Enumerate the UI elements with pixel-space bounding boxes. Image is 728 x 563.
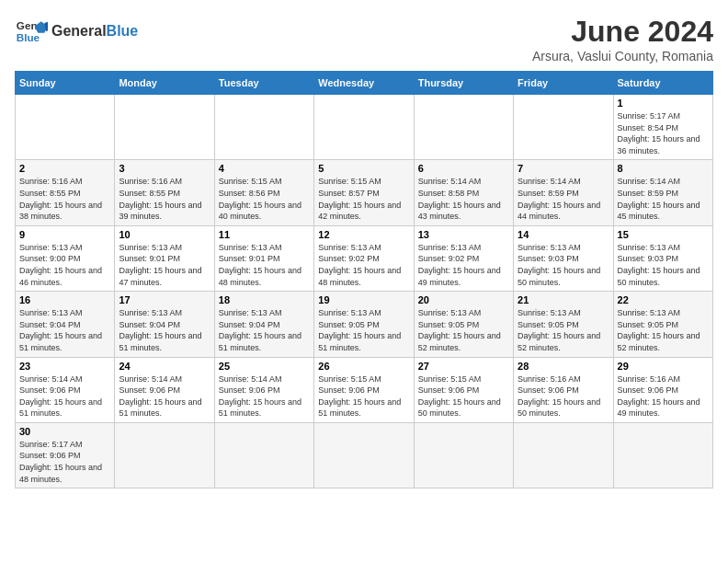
- calendar-day-cell: 14Sunrise: 5:13 AM Sunset: 9:03 PM Dayli…: [514, 225, 613, 291]
- day-number: 13: [418, 229, 509, 240]
- day-info: Sunrise: 5:14 AM Sunset: 9:06 PM Dayligh…: [19, 373, 110, 419]
- day-number: 25: [219, 361, 310, 372]
- day-number: 27: [418, 361, 509, 372]
- day-info: Sunrise: 5:13 AM Sunset: 9:01 PM Dayligh…: [119, 242, 210, 288]
- day-info: Sunrise: 5:16 AM Sunset: 9:06 PM Dayligh…: [518, 373, 609, 419]
- calendar-day-cell: 29Sunrise: 5:16 AM Sunset: 9:06 PM Dayli…: [613, 357, 712, 422]
- weekday-header: Saturday: [613, 72, 712, 95]
- calendar-day-cell: 19Sunrise: 5:13 AM Sunset: 9:05 PM Dayli…: [314, 292, 414, 357]
- calendar-week-row: 2Sunrise: 5:16 AM Sunset: 8:55 PM Daylig…: [16, 160, 713, 225]
- day-number: 24: [119, 361, 210, 372]
- svg-text:Blue: Blue: [17, 31, 40, 43]
- day-number: 12: [318, 229, 409, 240]
- calendar-day-cell: [115, 422, 214, 488]
- day-info: Sunrise: 5:14 AM Sunset: 9:06 PM Dayligh…: [119, 373, 210, 419]
- calendar-day-cell: 4Sunrise: 5:15 AM Sunset: 8:56 PM Daylig…: [214, 160, 313, 225]
- calendar-day-cell: 17Sunrise: 5:13 AM Sunset: 9:04 PM Dayli…: [115, 292, 214, 357]
- calendar-day-cell: 23Sunrise: 5:14 AM Sunset: 9:06 PM Dayli…: [16, 357, 115, 422]
- day-info: Sunrise: 5:13 AM Sunset: 9:05 PM Dayligh…: [318, 307, 409, 353]
- calendar-day-cell: 12Sunrise: 5:13 AM Sunset: 9:02 PM Dayli…: [314, 225, 414, 291]
- month-title: June 2024: [532, 15, 713, 49]
- page-header: General Blue GeneralBlue June 2024 Arsur…: [15, 15, 713, 63]
- calendar-day-cell: [414, 95, 513, 160]
- calendar-day-cell: 16Sunrise: 5:13 AM Sunset: 9:04 PM Dayli…: [16, 292, 115, 357]
- weekday-header: Sunday: [16, 72, 115, 95]
- day-number: 15: [618, 229, 709, 240]
- day-info: Sunrise: 5:13 AM Sunset: 9:05 PM Dayligh…: [518, 307, 609, 353]
- weekday-header: Tuesday: [214, 72, 313, 95]
- calendar-day-cell: 7Sunrise: 5:14 AM Sunset: 8:59 PM Daylig…: [514, 160, 613, 225]
- day-info: Sunrise: 5:14 AM Sunset: 8:59 PM Dayligh…: [618, 176, 709, 222]
- calendar-day-cell: [414, 422, 513, 488]
- day-info: Sunrise: 5:14 AM Sunset: 9:06 PM Dayligh…: [219, 373, 310, 419]
- day-info: Sunrise: 5:14 AM Sunset: 8:59 PM Dayligh…: [518, 176, 609, 222]
- calendar-week-row: 23Sunrise: 5:14 AM Sunset: 9:06 PM Dayli…: [16, 357, 713, 422]
- day-info: Sunrise: 5:16 AM Sunset: 8:55 PM Dayligh…: [19, 176, 110, 222]
- day-info: Sunrise: 5:13 AM Sunset: 9:00 PM Dayligh…: [19, 242, 110, 288]
- day-number: 20: [418, 294, 509, 305]
- calendar-day-cell: 2Sunrise: 5:16 AM Sunset: 8:55 PM Daylig…: [16, 160, 115, 225]
- day-number: 2: [19, 163, 110, 174]
- day-number: 6: [418, 163, 509, 174]
- logo-icon: General Blue: [15, 15, 48, 48]
- day-number: 4: [219, 163, 310, 174]
- calendar-week-row: 1Sunrise: 5:17 AM Sunset: 8:54 PM Daylig…: [16, 95, 713, 160]
- day-info: Sunrise: 5:13 AM Sunset: 9:02 PM Dayligh…: [318, 242, 409, 288]
- day-info: Sunrise: 5:17 AM Sunset: 9:06 PM Dayligh…: [19, 439, 110, 485]
- weekday-header: Monday: [115, 72, 214, 95]
- day-number: 11: [219, 229, 310, 240]
- day-info: Sunrise: 5:16 AM Sunset: 8:55 PM Dayligh…: [119, 176, 210, 222]
- day-info: Sunrise: 5:17 AM Sunset: 8:54 PM Dayligh…: [618, 110, 709, 156]
- calendar-week-row: 16Sunrise: 5:13 AM Sunset: 9:04 PM Dayli…: [16, 292, 713, 357]
- day-info: Sunrise: 5:13 AM Sunset: 9:05 PM Dayligh…: [418, 307, 509, 353]
- calendar-day-cell: 6Sunrise: 5:14 AM Sunset: 8:58 PM Daylig…: [414, 160, 513, 225]
- weekday-header: Thursday: [414, 72, 513, 95]
- title-block: June 2024 Arsura, Vaslui County, Romania: [532, 15, 713, 63]
- day-number: 17: [119, 294, 210, 305]
- day-number: 9: [19, 229, 110, 240]
- day-number: 23: [19, 361, 110, 372]
- day-info: Sunrise: 5:16 AM Sunset: 9:06 PM Dayligh…: [618, 373, 709, 419]
- calendar-header-row: SundayMondayTuesdayWednesdayThursdayFrid…: [16, 72, 713, 95]
- day-info: Sunrise: 5:14 AM Sunset: 8:58 PM Dayligh…: [418, 176, 509, 222]
- day-number: 14: [518, 229, 609, 240]
- calendar-day-cell: [16, 95, 115, 160]
- calendar-day-cell: 8Sunrise: 5:14 AM Sunset: 8:59 PM Daylig…: [613, 160, 712, 225]
- calendar-day-cell: 26Sunrise: 5:15 AM Sunset: 9:06 PM Dayli…: [314, 357, 414, 422]
- calendar-day-cell: 1Sunrise: 5:17 AM Sunset: 8:54 PM Daylig…: [613, 95, 712, 160]
- weekday-header: Wednesday: [314, 72, 414, 95]
- day-number: 26: [318, 361, 409, 372]
- calendar-day-cell: 20Sunrise: 5:13 AM Sunset: 9:05 PM Dayli…: [414, 292, 513, 357]
- calendar-day-cell: 24Sunrise: 5:14 AM Sunset: 9:06 PM Dayli…: [115, 357, 214, 422]
- day-info: Sunrise: 5:13 AM Sunset: 9:04 PM Dayligh…: [19, 307, 110, 353]
- calendar-day-cell: [214, 95, 313, 160]
- calendar-day-cell: [214, 422, 313, 488]
- calendar-day-cell: [115, 95, 214, 160]
- calendar-week-row: 30Sunrise: 5:17 AM Sunset: 9:06 PM Dayli…: [16, 422, 713, 488]
- day-number: 30: [19, 426, 110, 437]
- day-info: Sunrise: 5:13 AM Sunset: 9:05 PM Dayligh…: [618, 307, 709, 353]
- day-number: 8: [618, 163, 709, 174]
- calendar-day-cell: 27Sunrise: 5:15 AM Sunset: 9:06 PM Dayli…: [414, 357, 513, 422]
- calendar-day-cell: 5Sunrise: 5:15 AM Sunset: 8:57 PM Daylig…: [314, 160, 414, 225]
- calendar-day-cell: 22Sunrise: 5:13 AM Sunset: 9:05 PM Dayli…: [613, 292, 712, 357]
- day-info: Sunrise: 5:13 AM Sunset: 9:03 PM Dayligh…: [518, 242, 609, 288]
- day-number: 7: [518, 163, 609, 174]
- calendar-day-cell: 18Sunrise: 5:13 AM Sunset: 9:04 PM Dayli…: [214, 292, 313, 357]
- calendar-day-cell: 15Sunrise: 5:13 AM Sunset: 9:03 PM Dayli…: [613, 225, 712, 291]
- weekday-header: Friday: [514, 72, 613, 95]
- day-number: 21: [518, 294, 609, 305]
- day-info: Sunrise: 5:15 AM Sunset: 9:06 PM Dayligh…: [418, 373, 509, 419]
- day-number: 28: [518, 361, 609, 372]
- calendar-day-cell: 10Sunrise: 5:13 AM Sunset: 9:01 PM Dayli…: [115, 225, 214, 291]
- calendar-day-cell: 30Sunrise: 5:17 AM Sunset: 9:06 PM Dayli…: [16, 422, 115, 488]
- location-subtitle: Arsura, Vaslui County, Romania: [532, 49, 713, 63]
- calendar-day-cell: 25Sunrise: 5:14 AM Sunset: 9:06 PM Dayli…: [214, 357, 313, 422]
- calendar-day-cell: [613, 422, 712, 488]
- day-number: 22: [618, 294, 709, 305]
- calendar-week-row: 9Sunrise: 5:13 AM Sunset: 9:00 PM Daylig…: [16, 225, 713, 291]
- calendar-day-cell: 28Sunrise: 5:16 AM Sunset: 9:06 PM Dayli…: [514, 357, 613, 422]
- day-number: 18: [219, 294, 310, 305]
- day-info: Sunrise: 5:13 AM Sunset: 9:04 PM Dayligh…: [119, 307, 210, 353]
- day-info: Sunrise: 5:13 AM Sunset: 9:01 PM Dayligh…: [219, 242, 310, 288]
